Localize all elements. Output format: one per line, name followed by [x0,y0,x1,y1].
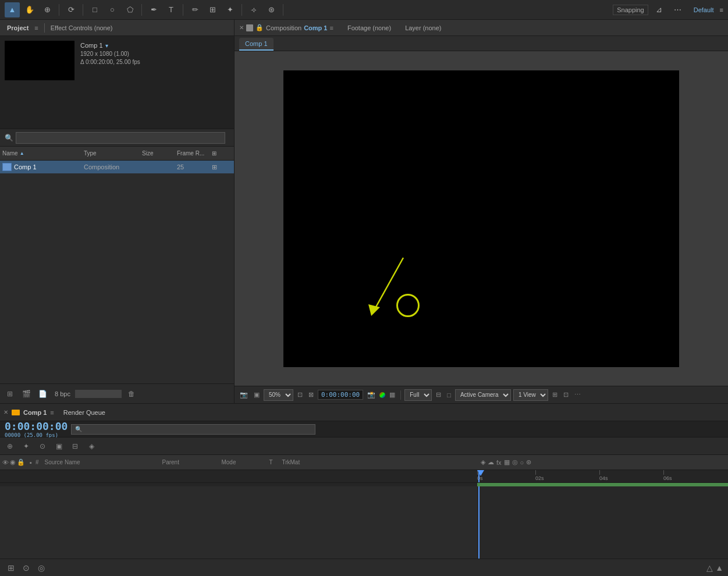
tool-separator-2 [83,4,83,16]
text-tool[interactable]: T [164,2,179,17]
blend-col[interactable]: ▦ [504,458,510,466]
new-comp-from-footage-btn[interactable]: ⊞ [5,561,17,574]
timeline-menu-btn[interactable]: ≡ [50,409,54,416]
viewer-settings-btn[interactable]: ⋯ [573,390,583,399]
camera-orbit-tool[interactable]: ⟳ [63,2,79,17]
new-comp-btn[interactable]: 🎬 [20,387,33,400]
project-item-comp1[interactable]: Comp 1 Composition 25 ⊞ [0,161,234,173]
comp-tab-comp1[interactable]: Comp 1 [239,38,274,51]
layer-label: Layer (none) [405,24,441,31]
viewer-timecode[interactable]: 0:00:00:00 [318,390,363,400]
draft-3d-btn[interactable]: ✦ [20,440,33,453]
brush-tool[interactable]: ✏ [187,2,203,17]
parent-col: Parent [159,459,218,465]
align-tool[interactable]: ⊿ [652,2,667,17]
color-depth-box [75,390,122,398]
comp-name-header: Comp 1 [304,24,327,31]
ruler-right[interactable]: 0s 02s 04s 06s [477,470,728,482]
zoom-dropdown[interactable]: 50% [264,389,293,401]
delete-btn[interactable]: 🗑 [125,387,138,400]
comp-region-btn[interactable]: ⊠ [307,390,315,399]
hand-tool[interactable]: ✋ [22,2,37,17]
col-deps-header: ⊞ [212,150,223,157]
new-folder-btn[interactable]: ⊞ [3,387,16,400]
comp-flow-btn[interactable]: ⊕ [3,440,16,453]
clone-stamp-tool[interactable]: ⊞ [205,2,220,17]
layer-headers: 👁 ◉ 🔒 ▪ # Source Name Parent Mode T TrkM… [0,455,728,470]
roto-brush-tool[interactable]: ⟢ [246,2,261,17]
transparency-grid-btn[interactable]: ▦ [388,390,397,399]
timeline-search-input[interactable] [71,424,315,435]
timeline-section: ✕ Comp 1 ≡ Render Queue 0:00:00:00 00000… [0,404,728,576]
views-dropdown[interactable]: 1 View [513,389,548,401]
polygon-mask-tool[interactable]: ⬠ [122,2,137,17]
solo-col-header[interactable]: ◉ [10,458,16,466]
region-of-interest-btn[interactable]: ⊟ [434,390,443,399]
tool-separator-5 [242,4,242,16]
snapping-toggle[interactable]: Snapping [613,5,648,15]
eraser-tool[interactable]: ✦ [222,2,237,17]
new-item-btn[interactable]: 📄 [36,387,49,400]
collapse-expand-btn[interactable]: ⊟ [69,440,81,453]
track-col[interactable]: ○ [520,459,524,466]
rgb-channels-btn[interactable] [379,392,385,398]
timeline-close-btn[interactable]: ✕ [3,409,8,415]
render-queue-btn[interactable]: Render Queue [63,409,105,416]
zoom-tool[interactable]: ⊕ [40,2,55,17]
eye-col-header[interactable]: 👁 [2,459,9,466]
main-layout: Project ≡ Effect Controls (none) Comp 1 … [0,20,728,576]
fx-col[interactable]: fx [496,459,502,466]
comp-panel-close[interactable]: ✕ [239,24,244,31]
take-snapshot-btn[interactable]: 📸 [365,390,377,399]
project-panel-menu[interactable]: ≡ [34,24,38,31]
motion-sketch-tool[interactable]: ⋯ [670,2,686,17]
comp-lock-icon[interactable]: 🔒 [255,24,264,31]
motion-blur-col[interactable]: ☁ [488,458,494,466]
timeline-timecode[interactable]: 0:00:00:00 [5,420,68,432]
viewer-fullscreen-btn[interactable]: ⊡ [562,390,570,399]
viewer-reset-btn[interactable]: ⊞ [551,390,559,399]
project-tab[interactable]: Project [5,23,31,33]
expand-layer-switches-btn[interactable]: ◈ [481,458,485,466]
comp-panel-menu[interactable]: ≡ [329,24,333,31]
preview-name-text: Comp 1 [80,42,103,49]
timeline-comp-name: Comp 1 [23,409,47,416]
label-btn[interactable]: ◈ [85,440,98,453]
preserve-col[interactable]: ◎ [512,458,518,466]
solo-switches-btn[interactable]: ▣ [52,440,65,453]
workspace-menu-btn[interactable]: ≡ [720,6,723,13]
label-col-header[interactable]: ▪ [30,459,32,466]
new-layer-btn[interactable]: ⊙ [36,440,49,453]
active-camera-dropdown[interactable]: Active Camera [455,389,511,401]
top-toolbar: ▲ ✋ ⊕ ⟳ □ ○ ⬠ ✒ T ✏ ⊞ ✦ ⟢ ⊛ Snapping ⊿ ⋯… [0,0,728,20]
col-size-header: Size [142,150,177,157]
timeline-footer-right: △ ▲ [706,563,723,573]
composition-label: Composition [266,24,301,31]
preview-dropdown-arrow[interactable]: ▾ [105,42,108,49]
col-type-header: Type [84,150,142,157]
zoom-out-icon[interactable]: △ [706,563,713,573]
hash-col-header: # [33,459,41,465]
sort-arrow: ▲ [20,151,24,156]
3d-col[interactable]: ⊛ [526,458,531,466]
rect-mask-tool[interactable]: □ [87,2,102,17]
selection-tool[interactable]: ▲ [5,2,20,17]
project-preview-area: Comp 1 ▾ 1920 x 1080 (1.00) Δ 0:00:20:00… [0,36,234,129]
item-framerate-comp1: 25 [177,163,212,170]
composition-mini-flowchart-btn[interactable]: ⊙ [20,561,33,574]
zoom-in-icon[interactable]: ▲ [715,563,723,573]
puppet-pin-tool[interactable]: ⊛ [264,2,279,17]
effect-controls-tab[interactable]: Effect Controls (none) [51,24,113,31]
item-name-comp1: Comp 1 [14,163,84,170]
pen-tool[interactable]: ✒ [146,2,161,17]
quality-dropdown[interactable]: Full [404,389,432,401]
draft-mode-btn[interactable]: ◎ [35,561,48,574]
snapshot-btn[interactable]: 📷 [238,390,250,399]
show-channel-btn[interactable]: ▣ [252,390,261,399]
ellipse-mask-tool[interactable]: ○ [105,2,120,17]
transparency-btn[interactable]: □ [445,391,453,399]
project-search-input[interactable] [16,132,225,144]
comp-tabs-bar: Comp 1 [235,36,728,51]
fit-to-comp-btn[interactable]: ⊡ [296,390,304,399]
lock-col-header[interactable]: 🔒 [17,458,25,466]
